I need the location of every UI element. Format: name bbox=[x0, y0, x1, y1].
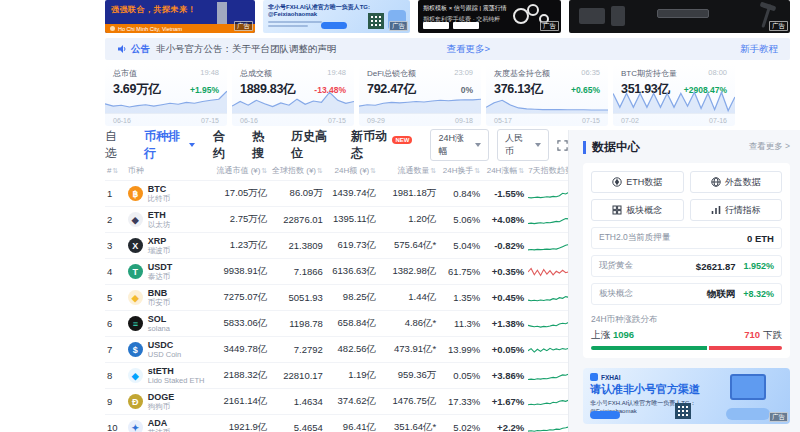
sort-icon[interactable]: ⇅ bbox=[474, 167, 480, 174]
button-外盘数据[interactable]: 外盘数据 bbox=[690, 171, 783, 193]
trend-cell bbox=[526, 337, 568, 363]
stat-card-1[interactable]: 总市值19:483.69万亿+1.95%06-1607-15 bbox=[105, 64, 227, 126]
button-label: ETH数据 bbox=[626, 176, 662, 189]
sort-icon[interactable]: ⇅ bbox=[518, 167, 524, 174]
stat-area-chart bbox=[486, 90, 608, 113]
turnover-cell: 0.84% bbox=[438, 181, 482, 207]
coin-cell: ฿BTC比特币 bbox=[126, 181, 209, 207]
sort-range-select[interactable]: 24H涨幅 bbox=[430, 129, 489, 161]
market-cap-cell: 7275.07亿 bbox=[209, 285, 269, 311]
table-header-row: #⇅币种流通市值 (¥)⇅全球指数 (¥)⇅24H额 (¥)⇅流通数量⇅24H换… bbox=[105, 161, 568, 181]
tab-热搜[interactable]: 热搜 bbox=[252, 128, 273, 162]
trend-sparkline bbox=[528, 421, 572, 432]
supply-cell: 1981.18万 bbox=[378, 181, 438, 207]
supply-cell: 575.64亿* bbox=[378, 233, 438, 259]
sparkline-chart bbox=[528, 395, 572, 409]
column-header[interactable]: 24H额 (¥)⇅ bbox=[325, 161, 378, 181]
stat-card-header: 总成交额19:48 bbox=[232, 64, 354, 79]
coin-names: DOGE狗狗币 bbox=[148, 392, 175, 411]
coin-symbol: BNB bbox=[148, 288, 171, 298]
table-row-DOGE[interactable]: 9ÐDOGE狗狗币2161.14亿1.4634374.62亿1476.75亿17… bbox=[105, 389, 568, 415]
fullscreen-icon[interactable] bbox=[557, 140, 568, 151]
coin-symbol: stETH bbox=[148, 366, 205, 376]
tab-合约[interactable]: 合约 bbox=[213, 128, 234, 162]
supply-cell: 1382.98亿 bbox=[378, 259, 438, 285]
sort-icon[interactable]: ⇅ bbox=[261, 167, 267, 174]
ad-headline: 强强联合，共探未来！ bbox=[105, 0, 255, 15]
coin-symbol: BTC bbox=[148, 184, 171, 194]
table-row-ADA[interactable]: 10✦ADA艾达币1921.9亿5.465496.41亿351.64亿*5.02… bbox=[105, 415, 568, 432]
column-header[interactable]: 全球指数 (¥)⇅ bbox=[269, 161, 325, 181]
tab-历史高位[interactable]: 历史高位 bbox=[291, 128, 333, 162]
global-index-cell: 1.4634 bbox=[269, 389, 325, 415]
data-row[interactable]: 现货黄金$2621.871.952% bbox=[591, 255, 782, 277]
tab-币种排行[interactable]: 币种排行 bbox=[144, 128, 195, 162]
column-header[interactable]: 7天指数趋势 bbox=[526, 161, 568, 181]
coin-names: ADA艾达币 bbox=[148, 418, 171, 432]
column-header[interactable]: 24H换手⇅ bbox=[438, 161, 482, 181]
data-row[interactable]: 板块概念物联网+8.32% bbox=[591, 283, 782, 305]
stat-date-start: 07-02 bbox=[621, 117, 639, 124]
table-row-USDT[interactable]: 4TUSDT泰达币9938.91亿7.18666136.63亿1382.98亿6… bbox=[105, 259, 568, 285]
announcement-more-link[interactable]: 查看更多> bbox=[447, 43, 491, 56]
currency-select[interactable]: 人民币 bbox=[497, 129, 549, 161]
stat-card-5[interactable]: BTC期货持仓量08:00351.93亿+2908.47%07-0207-16 bbox=[613, 64, 735, 126]
sort-icon[interactable]: ⇅ bbox=[370, 167, 376, 174]
tab-label: 币种排行 bbox=[144, 128, 185, 162]
blocks-icon bbox=[612, 205, 622, 215]
announcement-bar: 公告 非小号官方公告：关于平台团队调整的声明 查看更多> 新手教程 bbox=[105, 38, 790, 60]
ad-banner-partnership[interactable]: 强强联合，共探未来！ Ho Chi Minh City, Vietnam 广告 bbox=[105, 0, 255, 33]
column-header[interactable]: 流通市值 (¥)⇅ bbox=[209, 161, 269, 181]
table-row-stETH[interactable]: 8◆stETHLido Staked ETH2188.32亿22810.171.… bbox=[105, 363, 568, 389]
stat-timestamp: 06:35 bbox=[581, 68, 600, 79]
stats-row: 总市值19:483.69万亿+1.95%06-1607-15总成交额19:481… bbox=[105, 64, 735, 126]
device-graphic bbox=[611, 6, 625, 26]
table-row-ETH[interactable]: 2◆ETH以太坊2.75万亿22876.011395.11亿1.20亿5.06%… bbox=[105, 207, 568, 233]
button-板块概念[interactable]: 板块概念 bbox=[591, 199, 684, 221]
stat-card-3[interactable]: DeFi总锁仓额23:09792.47亿0%09-2909-18 bbox=[359, 64, 481, 126]
ad-banner-options[interactable]: 期权模板 × 信号跟踪 | 震荡行情 期权套利零手续费 · 交易纯粹 广告 bbox=[418, 0, 561, 33]
stat-card-header: 灰度基金持仓额06:35 bbox=[486, 64, 608, 79]
table-row-USDC[interactable]: 7$USDCUSD Coin3449.78亿7.2792482.56亿473.9… bbox=[105, 337, 568, 363]
table-row-SOL[interactable]: 6≡SOLsolana5833.06亿1198.78658.84亿4.86亿*1… bbox=[105, 311, 568, 337]
table-row-BTC[interactable]: 1฿BTC比特币17.05万亿86.09万1439.74亿1981.18万0.8… bbox=[105, 181, 568, 207]
beginner-tutorial-link[interactable]: 新手教程 bbox=[740, 43, 778, 56]
tab-自选[interactable]: 自选 bbox=[105, 128, 126, 162]
stat-card-2[interactable]: 总成交额19:481889.83亿-13.48%06-1607-15 bbox=[232, 64, 354, 126]
ad-banner-fxh[interactable]: 非小号FXH.AI认准官方唯一负责人TG: @Feixiaohaomak 广告 bbox=[263, 0, 410, 33]
trend-sparkline bbox=[528, 265, 572, 279]
data-row-value: $2621.87 bbox=[696, 261, 736, 272]
announcement-text[interactable]: 非小号官方公告：关于平台团队调整的声明 bbox=[156, 43, 337, 56]
rank-cell: 10 bbox=[105, 415, 126, 432]
tab-新币动态[interactable]: 新币动态NEW bbox=[351, 128, 412, 162]
stat-sparkline bbox=[613, 90, 735, 113]
sort-icon[interactable]: ⇅ bbox=[112, 167, 118, 174]
coin-info: $USDCUSD Coin bbox=[128, 340, 207, 359]
table-row-XRP[interactable]: 3XXRP瑞波币1.23万亿21.3809619.73亿575.64亿*5.04… bbox=[105, 233, 568, 259]
sort-icon[interactable]: ⇅ bbox=[317, 167, 323, 174]
sidebar-ad-banner[interactable]: FXHAI 请认准非小号官方渠道 非小号FXH.AI认准官方唯一负责人TG：@F… bbox=[583, 368, 790, 424]
feixiaohao-homepage: 强强联合，共探未来！ Ho Chi Minh City, Vietnam 广告 … bbox=[0, 0, 800, 432]
data-row-label: ETH2.0当前质押量 bbox=[599, 232, 670, 244]
coin-icon: T bbox=[128, 264, 143, 279]
market-panel: 自选币种排行合约热搜历史高位新币动态NEW 24H涨幅 人民币 #⇅币种流通市值… bbox=[105, 132, 568, 432]
stat-date-range: 06-1607-15 bbox=[105, 113, 227, 126]
ad-button[interactable] bbox=[590, 411, 620, 419]
button-行情指标[interactable]: 行情指标 bbox=[690, 199, 783, 221]
column-header[interactable]: 24H涨幅⇅ bbox=[482, 161, 526, 181]
column-header[interactable]: 流通数量⇅ bbox=[378, 161, 438, 181]
data-row-label: 现货黄金 bbox=[599, 260, 633, 272]
stat-card-4[interactable]: 灰度基金持仓额06:35376.13亿+0.65%05-1707-15 bbox=[486, 64, 608, 126]
coin-icon: ◆ bbox=[128, 290, 143, 305]
button-ETH数据[interactable]: ETH数据 bbox=[591, 171, 684, 193]
column-header[interactable]: #⇅ bbox=[105, 161, 126, 181]
chart-icon bbox=[711, 205, 721, 215]
data-row[interactable]: ETH2.0当前质押量0 ETH bbox=[591, 227, 782, 249]
data-center-more-link[interactable]: 查看更多 > bbox=[749, 141, 790, 153]
table-row-BNB[interactable]: 5◆BNB币安币7275.07亿5051.9398.25亿1.44亿1.35%+… bbox=[105, 285, 568, 311]
column-label: 全球指数 (¥) bbox=[272, 166, 316, 175]
ad-banner-hardware[interactable]: 广告 bbox=[569, 0, 790, 33]
sort-icon[interactable]: ⇅ bbox=[430, 167, 436, 174]
ad-button[interactable] bbox=[321, 22, 347, 29]
column-header[interactable]: 币种 bbox=[126, 161, 209, 181]
